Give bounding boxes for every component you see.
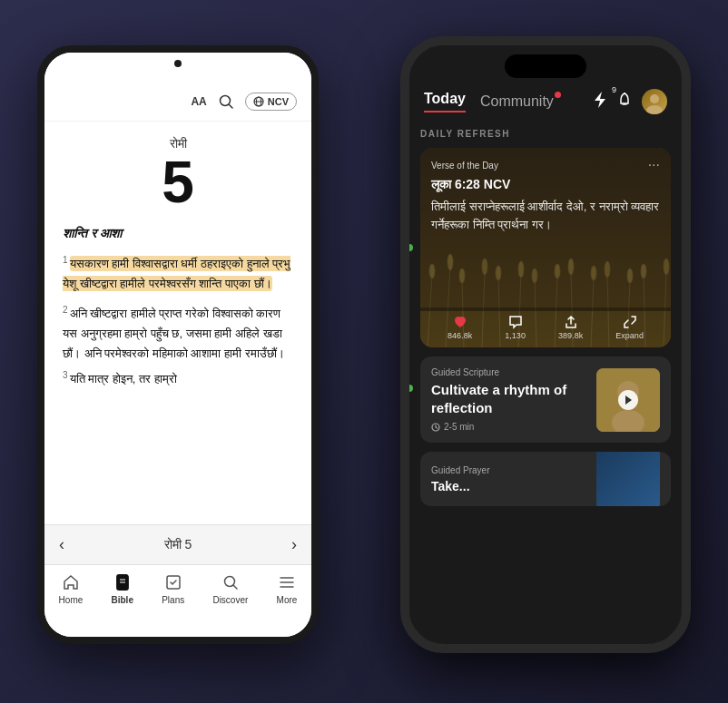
phones-container: AA NCV रोमी 5 शान्ति र आश [10,9,718,694]
verse-3-row: 3यति मात्र होइन, तर हाम्रो [63,367,293,389]
nav-more-label: More [277,595,298,605]
guided-prayer-card[interactable]: Guided Prayer Take... [420,452,671,506]
verse-1-highlighted: यसकारण हामी विश्वासद्वारा धर्मी ठहराइएको… [63,256,290,291]
like-count: 846.8k [448,331,472,340]
verse-1-text: 1यसकारण हामी विश्वासद्वारा धर्मी ठहराइएक… [63,252,293,295]
section-title: शान्ति र आशा [63,226,293,241]
chapter-navigator: ‹ रोमी 5 › [44,524,311,564]
bell-icon [616,92,633,108]
verse-1-row: 1यसकारण हामी विश्वासद्वारा धर्मी ठहराइएक… [63,252,293,295]
tab-community[interactable]: Community [480,93,554,110]
votd-reference: लूका 6:28 NCV [420,177,671,192]
share-count: 389.8k [558,331,583,340]
guided-scripture-container: Guided Scripture Cultivate a rhythm of r… [420,356,671,443]
discover-icon [221,572,241,592]
nav-discover-label: Discover [212,595,248,605]
bible-content: रोमी 5 शान्ति र आशा 1यसकारण हामी विश्वास… [44,122,311,524]
bottom-nav: Home Bible [44,564,311,637]
heart-icon [453,315,467,329]
votd-label-text: Verse of the Day [431,161,498,171]
verse-2-row: 2अनि खीष्टद्वारा हामीले प्राप्त गरेको वि… [63,302,293,365]
top-bar-left: AA NCV [44,82,311,122]
guided-scripture-title: Cultivate a rhythm of reflection [431,381,587,416]
play-icon [618,390,638,410]
bible-icon [113,572,133,592]
guided-scripture-duration: 2-5 min [431,422,587,432]
guided-scripture-indicator [409,385,413,392]
verse-3-number: 3 [63,370,68,380]
plans-icon [163,572,183,592]
daily-refresh-label: DAILY REFRESH [420,129,671,139]
guided-scripture-info: Guided Scripture Cultivate a rhythm of r… [431,367,587,432]
svg-point-17 [646,105,663,114]
community-notification-dot [555,92,561,98]
chapter-nav-label: रोमी 5 [164,537,192,552]
aa-button[interactable]: AA [191,95,206,108]
home-icon [61,572,81,592]
camera-dot [174,60,182,67]
nav-plans-label: Plans [162,595,184,605]
verse-2-number: 2 [63,305,68,315]
votd-verse-text: तिमीलाई सराप्नेहरूलाई आशीर्वाद देओ, र नर… [420,198,671,233]
ncv-selector[interactable]: NCV [245,93,297,111]
votd-actions: 846.8k 1,130 [420,308,671,347]
streak-button[interactable]: 9 [593,91,607,112]
header-icons: 9 [593,89,667,114]
notifications-button[interactable] [616,92,633,112]
nav-plans[interactable]: Plans [162,572,184,605]
search-icon[interactable] [218,93,234,110]
votd-menu-button[interactable]: ··· [648,157,660,173]
svg-point-0 [220,95,230,105]
svg-point-15 [624,93,625,94]
like-button[interactable]: 846.8k [448,315,472,340]
clock-icon [431,423,440,432]
chapter-number: 5 [63,153,293,211]
next-chapter-button[interactable]: › [291,535,297,554]
status-bar-left [44,53,311,82]
status-bar-right [409,45,682,85]
guided-scripture-thumbnail [596,368,660,432]
expand-button[interactable]: Expand [615,315,644,340]
header-tabs: Today Community [424,91,554,112]
guided-prayer-info: Guided Prayer Take... [431,465,489,493]
votd-indicator [409,244,413,251]
expand-icon [623,315,637,329]
guided-scripture-type: Guided Scripture [431,367,587,377]
svg-line-10 [233,585,237,589]
guided-prayer-type: Guided Prayer [431,465,489,475]
more-icon [277,572,297,592]
svg-line-1 [229,104,232,108]
share-icon [564,315,578,329]
votd-card[interactable]: Verse of the Day ··· लूका 6:28 NCV तिमील… [420,148,671,347]
left-phone: AA NCV रोमी 5 शान्ति र आश [37,45,319,644]
nav-home-label: Home [59,595,84,605]
content-area: DAILY REFRESH [409,122,682,644]
guided-prayer-title: Take... [431,479,489,493]
comment-icon [508,315,523,329]
nav-home[interactable]: Home [59,572,84,605]
guided-prayer-container: Guided Prayer Take... [420,452,671,506]
share-button[interactable]: 389.8k [558,315,583,340]
nav-bible[interactable]: Bible [112,572,133,605]
tab-today[interactable]: Today [424,91,466,112]
comment-button[interactable]: 1,130 [505,315,526,340]
comment-count: 1,130 [505,331,526,340]
ncv-label: NCV [268,96,289,107]
nav-bible-label: Bible [112,595,133,605]
user-avatar[interactable] [642,89,667,114]
guided-prayer-thumbnail [596,452,660,506]
nav-discover[interactable]: Discover [212,572,248,605]
right-phone: Today Community 9 [400,36,691,653]
prev-chapter-button[interactable]: ‹ [59,535,64,554]
expand-label: Expand [615,331,644,340]
votd-header: Verse of the Day ··· [420,148,671,177]
guided-scripture-card[interactable]: Guided Scripture Cultivate a rhythm of r… [420,356,671,443]
nav-more[interactable]: More [277,572,298,605]
votd-container: Verse of the Day ··· लूका 6:28 NCV तिमील… [420,148,671,347]
verse-2-text: 2अनि खीष्टद्वारा हामीले प्राप्त गरेको वि… [63,302,293,365]
svg-point-16 [650,94,659,103]
verse-1-number: 1 [63,255,68,265]
app-header: Today Community 9 [409,85,682,122]
dynamic-island [505,54,586,78]
play-button[interactable] [596,368,660,432]
